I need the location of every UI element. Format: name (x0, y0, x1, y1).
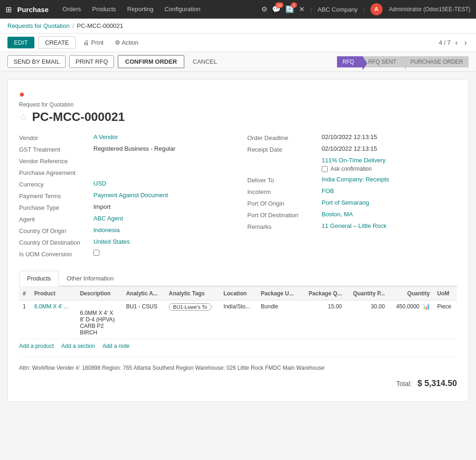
tab-other-information[interactable]: Other Information (59, 271, 121, 287)
form-subtitle: Request for Quotation (19, 101, 457, 108)
field-purchase-agreement: Purchase Agreement (19, 168, 229, 176)
field-country-dest: Country Of Destination United States (19, 238, 229, 246)
row-product[interactable]: 6.0MM X 4' ... (31, 300, 76, 339)
payment-terms-label: Payment Terms (19, 192, 93, 200)
favorite-star-icon[interactable]: ☆ (19, 112, 27, 123)
port-origin-value[interactable]: Port of Semarang (322, 199, 369, 206)
action-button[interactable]: ⚙ Action (111, 37, 142, 48)
incoterm-label: Incoterm (247, 187, 322, 195)
port-dest-value[interactable]: Boston, MA (322, 211, 353, 218)
gst-value: Registered Business - Regular (93, 145, 175, 152)
nav-products[interactable]: Products (87, 0, 120, 19)
company-name: ABC Company (317, 6, 357, 13)
row-uom: Piece (434, 300, 457, 339)
cancel-button[interactable]: CANCEL (188, 56, 222, 67)
products-table-container: # Product Description Analytic A... Anal… (19, 287, 457, 339)
ask-confirmation-row: Ask confirmation (322, 166, 386, 172)
app-grid-icon[interactable]: ⊞ (6, 5, 12, 14)
status-step-purchase-order[interactable]: PURCHASE ORDER (405, 56, 469, 67)
field-purchase-type: Purchase Type Import (19, 203, 229, 211)
gst-label: GST Treatment (19, 145, 93, 153)
ask-confirmation-label: Ask confirmation (331, 166, 372, 172)
col-description: Description (76, 287, 122, 300)
add-section-link[interactable]: Add a section (61, 343, 95, 349)
purchase-type-label: Purchase Type (19, 203, 93, 211)
breadcrumb-current: PC-MCC-000021 (77, 22, 123, 29)
chart-icon[interactable]: 📊 (423, 303, 430, 310)
confirm-order-button[interactable]: CONFIRM ORDER (118, 55, 184, 68)
breadcrumb: Requests for Quotation / PC-MCC-000021 (0, 19, 476, 33)
col-package-u: Package U... (257, 287, 301, 300)
breadcrumb-separator: / (73, 22, 74, 29)
add-note-link[interactable]: Add a note (102, 343, 129, 349)
row-package-u: Bundle (257, 300, 301, 339)
agent-value[interactable]: ABC Agent (93, 215, 123, 222)
nav-configuration[interactable]: Configuration (160, 0, 205, 19)
breadcrumb-parent[interactable]: Requests for Quotation (7, 22, 70, 29)
row-analytic-a: BU1 - CSUS (122, 300, 165, 339)
nav-orders[interactable]: Orders (58, 0, 86, 19)
app-name: Purchase (17, 6, 49, 13)
receipt-date-value: 02/10/2022 12:13:15 (322, 145, 377, 152)
status-step-rfq[interactable]: RFQ (337, 56, 363, 67)
add-product-link[interactable]: Add a product (19, 343, 54, 349)
field-deliver-to: Deliver To India Company: Receipts (247, 176, 457, 184)
col-analytic-tags: Analytic Tags (165, 287, 220, 300)
pagination-next[interactable]: › (463, 39, 469, 47)
deliver-to-value[interactable]: India Company: Receipts (322, 176, 389, 183)
analytic-tag-badge[interactable]: BU1-Lowe's To (169, 303, 211, 311)
field-remarks: Remarks 11 General – Little Rock (247, 222, 457, 230)
add-links: Add a product Add a section Add a note (19, 339, 457, 353)
col-quantity-p: Quantity P... (345, 287, 388, 300)
col-location: Location (220, 287, 257, 300)
print-button[interactable]: 🖨 Print (79, 37, 107, 48)
field-vendor-ref: Vendor Reference (19, 157, 229, 165)
nav-reporting[interactable]: Reporting (123, 0, 158, 19)
field-on-time-delivery: 111% On-Time Delivery Ask confirmation (247, 157, 457, 172)
order-deadline-value: 02/10/2022 12:13:15 (322, 133, 377, 140)
send-by-email-button[interactable]: SEND BY EMAIL (7, 55, 66, 68)
col-package-q: Package Q... (301, 287, 346, 300)
pagination-prev[interactable]: ‹ (453, 39, 459, 47)
payment-terms-value[interactable]: Payment Against Document (93, 192, 168, 199)
remarks-value[interactable]: 11 General – Little Rock (322, 222, 386, 229)
port-origin-label: Port Of Origin (247, 199, 322, 207)
edit-button[interactable]: EDIT (7, 37, 34, 48)
row-num: 1 (19, 300, 31, 339)
col-num: # (19, 287, 31, 300)
action-bar: EDIT CREATE 🖨 Print ⚙ Action 4 / 7 ‹ › (0, 33, 476, 52)
currency-value[interactable]: USD (93, 180, 106, 187)
uom-conversion-label: Is UOM Conversion (19, 250, 93, 258)
field-country-origin: Country Of Origin Indonesia (19, 227, 229, 234)
on-time-label (247, 157, 322, 158)
pagination: 4 / 7 ‹ › (439, 39, 469, 47)
settings-icon[interactable]: ⚙ (261, 5, 267, 13)
status-step-rfq-sent[interactable]: RFQ SENT (363, 56, 405, 67)
divider (19, 357, 457, 357)
row-description: 6.0MM X 4' X 8' D-4 (HPVA) CARB P2 BIRCH (76, 300, 122, 339)
receipt-date-label: Receipt Date (247, 145, 322, 153)
tab-products[interactable]: Products (19, 271, 59, 287)
uom-conversion-checkbox[interactable] (93, 250, 99, 256)
total-value: $ 5,314.50 (417, 379, 457, 388)
on-time-value[interactable]: 111% On-Time Delivery (322, 157, 386, 164)
refresh-icon[interactable]: 🔄 2 (285, 5, 294, 13)
chat-badge: 10 (275, 2, 284, 8)
purchase-type-value: Import (93, 203, 111, 210)
print-rfq-button[interactable]: PRINT RFQ (69, 55, 114, 68)
total-row: Total: $ 5,314.50 (19, 375, 457, 392)
vendor-value[interactable]: A Vendor (93, 133, 118, 140)
create-button[interactable]: CREATE (38, 36, 76, 49)
pagination-text: 4 / 7 (439, 39, 450, 46)
field-port-origin: Port Of Origin Port of Semarang (247, 199, 457, 207)
close-icon[interactable]: ✕ (299, 5, 305, 13)
country-origin-value[interactable]: Indonesia (93, 227, 119, 233)
incoterm-value[interactable]: FOB (322, 187, 334, 194)
agent-label: Agent (19, 215, 93, 223)
chat-icon[interactable]: 💬 10 (272, 5, 281, 13)
row-location: India/Sto... (220, 300, 257, 339)
ask-confirmation-checkbox[interactable] (322, 166, 328, 172)
nav-separator2: | (363, 6, 364, 13)
country-dest-value[interactable]: United States (93, 238, 130, 245)
form-card: ● Request for Quotation ☆ PC-MCC-000021 … (7, 79, 469, 402)
